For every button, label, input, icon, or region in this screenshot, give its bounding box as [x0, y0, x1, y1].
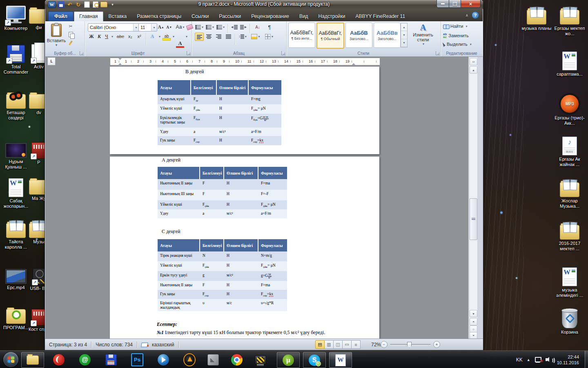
scroll-up-button[interactable]: ▲	[470, 66, 477, 74]
tasks-heading[interactable]: Есептер:	[157, 321, 177, 328]
network-icon[interactable]: ×	[535, 357, 541, 363]
highlight-button[interactable]: ab	[163, 32, 170, 40]
borders-button[interactable]: ▾	[263, 33, 275, 40]
table-cell[interactable]: F	[200, 190, 224, 200]
restore-button[interactable]	[449, 0, 461, 8]
highlight-dropdown[interactable]: ▾	[171, 33, 175, 40]
font-name-select[interactable]: Calibri (Осно▾	[88, 23, 139, 31]
table-cell[interactable]: Fүйк= μN	[249, 104, 281, 114]
tab-review[interactable]: Рецензирование	[246, 12, 294, 21]
italic-button[interactable]: К	[96, 33, 102, 40]
table-cell[interactable]: Fсер	[200, 290, 224, 299]
scrollbar-thumb[interactable]	[470, 198, 477, 240]
table-cell[interactable]: Fсер	[191, 136, 217, 145]
ccleaner-taskbar-button[interactable]	[50, 352, 68, 367]
bullets-button[interactable]: ▾	[195, 23, 204, 31]
table-cell[interactable]: м/с²	[224, 271, 258, 281]
paste-button[interactable]: Вставить ▾	[47, 22, 65, 50]
draft-view-button[interactable]: ≡	[352, 340, 361, 349]
table-cell[interactable]: Fбүк	[191, 114, 217, 128]
language-indicator[interactable]: казахский	[148, 342, 178, 348]
bold-button[interactable]: Ж	[88, 33, 95, 40]
table-cell[interactable]: Бірінші ғарыштық жылдамдық	[158, 299, 200, 311]
change-styles-button[interactable]: А Изменить стили ▾	[409, 23, 437, 46]
table-cell[interactable]: F=ma	[258, 281, 287, 290]
total-commander-taskbar-button[interactable]	[102, 352, 120, 367]
line-spacing-button[interactable]: ↕▾	[237, 33, 248, 40]
tab-insert[interactable]: Вставка	[104, 12, 132, 21]
styles-scroll-down[interactable]: ▼	[401, 31, 407, 39]
text-effects-dropdown[interactable]: ▾	[157, 33, 161, 40]
hidden-icons-button[interactable]: ▲	[527, 358, 530, 362]
table-cell[interactable]: Үдеу	[158, 128, 191, 136]
shading-button[interactable]: ▾	[250, 33, 261, 40]
format-painter-button[interactable]	[67, 39, 75, 46]
utorrent-taskbar-button[interactable]: µ	[277, 352, 300, 368]
table-cell[interactable]: a=F/m	[249, 128, 281, 136]
scroll-down-button[interactable]: ▼	[470, 310, 477, 317]
copy-button[interactable]	[67, 31, 75, 38]
font-color-button[interactable]: А	[177, 40, 183, 47]
skype-taskbar-button[interactable]: S	[303, 352, 326, 368]
mailru-taskbar-button[interactable]: @	[76, 352, 94, 367]
table-cell[interactable]: N=m/g	[258, 251, 287, 261]
table-cell[interactable]: Үйкеліс күші	[158, 200, 200, 209]
align-left-button[interactable]	[195, 33, 204, 41]
ruler-toggle-button[interactable]: ▭	[470, 58, 477, 65]
font-size-select[interactable]: 11▾	[138, 23, 157, 31]
table-cell[interactable]: Н	[217, 114, 249, 128]
table-cell[interactable]: Н	[224, 200, 258, 209]
tab-page-layout[interactable]: Разметка страницы	[132, 12, 186, 21]
table-cell[interactable]: Ньютонның ІІІ заңы	[158, 190, 200, 200]
table-cell[interactable]: Еркін түсу үдеуі	[158, 271, 200, 281]
justify-button[interactable]	[224, 33, 232, 40]
web-view-button[interactable]: ◫	[334, 340, 343, 349]
table-cell[interactable]: м/с	[224, 299, 258, 311]
table-cell[interactable]: Fсер=kx	[258, 290, 287, 299]
spellcheck-icon[interactable]: ×	[141, 342, 148, 347]
explorer-taskbar-button[interactable]	[21, 352, 44, 368]
table-cell[interactable]: Бүкіләлемдік тартылыс заңы	[158, 114, 191, 128]
multilevel-list-button[interactable]: ▾	[216, 23, 225, 31]
sort-button[interactable]: А↓	[253, 23, 263, 31]
chrome-taskbar-button[interactable]	[228, 352, 246, 367]
align-center-button[interactable]	[205, 33, 213, 40]
decrease-indent-button[interactable]: ◄	[230, 23, 238, 31]
align-right-button[interactable]	[214, 33, 223, 40]
font-dialog-launcher[interactable]	[187, 51, 191, 55]
zoom-level[interactable]: 72%	[371, 342, 381, 348]
table-cell[interactable]: Fүйк	[200, 200, 224, 209]
table-cell[interactable]: υ	[200, 299, 224, 311]
tab-selector[interactable]: L	[47, 57, 56, 65]
table-cell[interactable]: Н	[224, 261, 258, 271]
superscript-button[interactable]: x²	[135, 33, 143, 40]
table-cell[interactable]: Үйкеліс күші	[158, 104, 191, 114]
table-cell[interactable]: a	[200, 209, 224, 218]
styles-scroll-up[interactable]: ▲	[401, 23, 407, 31]
table-cell[interactable]: Н	[217, 136, 249, 145]
app-gray-taskbar-button[interactable]	[204, 352, 222, 367]
replace-button[interactable]: abac Заменить	[443, 33, 469, 38]
camera-taskbar-button[interactable]	[252, 352, 270, 367]
find-button[interactable]: Найти▾	[443, 24, 467, 29]
table-cell[interactable]: F=mg	[249, 95, 281, 104]
table-cell[interactable]: Н	[224, 281, 258, 290]
paragraph-dialog-launcher[interactable]	[281, 51, 285, 55]
table-cell[interactable]: м/с²	[217, 128, 249, 136]
desktop-icon-folder-docs[interactable]: музыка планы	[521, 7, 552, 31]
wmp-taskbar-button[interactable]	[154, 352, 172, 367]
fullscreen-view-button[interactable]: ▥	[325, 340, 334, 349]
word-count[interactable]: Число слов: 734	[91, 342, 137, 348]
desktop-icon-worddoc[interactable]: Wмузыка әлеміндегі ...	[552, 266, 587, 298]
text-effects-button[interactable]: А	[148, 33, 156, 40]
close-button[interactable]: ×	[461, 0, 481, 8]
vertical-scrollbar[interactable]: ▭ ▲ ▼ ⏶ ○ ⏷	[469, 57, 477, 339]
table-cell[interactable]: Н	[217, 104, 249, 114]
right-indent-marker[interactable]	[352, 63, 355, 65]
collap​se-ribbon-icon[interactable]: ∧	[466, 13, 468, 18]
desktop-icon-bin[interactable]: Корзина	[552, 307, 587, 335]
table-cell[interactable]: Н	[217, 95, 249, 104]
table-cell[interactable]: м/с²	[224, 209, 258, 218]
minimize-button[interactable]	[437, 0, 449, 8]
tab-references[interactable]: Ссылки	[187, 12, 214, 21]
